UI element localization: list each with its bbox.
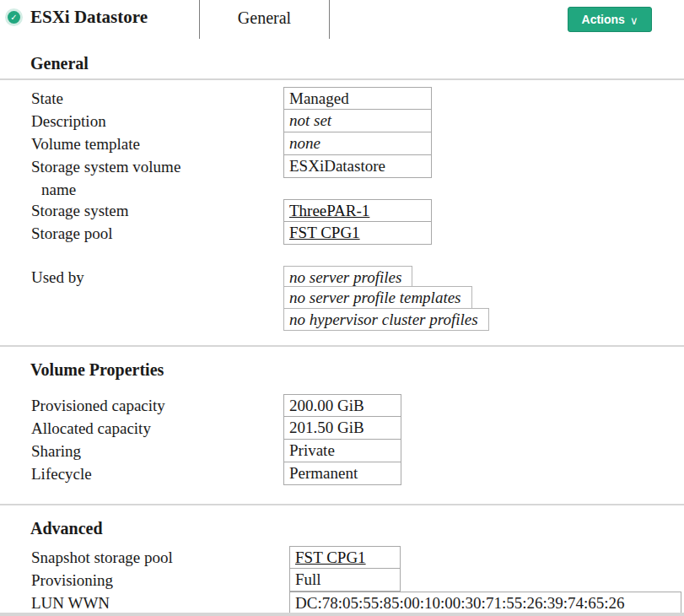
row-sharing: Sharing Private	[0, 440, 684, 462]
lifecycle-value: Permanent	[283, 462, 401, 485]
state-label: State	[31, 87, 283, 110]
section-divider	[0, 345, 684, 347]
used-by-server-profile-templates: no server profile templates	[283, 286, 472, 309]
lun-wwn-value: DC:78:05:55:85:00:10:00:30:71:55:26:39:7…	[289, 592, 681, 614]
provisioned-capacity-label: Provisioned capacity	[31, 394, 283, 417]
section-divider	[0, 78, 684, 80]
tab-general[interactable]: General	[200, 8, 329, 28]
used-by-label: Used by	[31, 266, 283, 289]
check-circle-icon: ✓	[8, 11, 20, 24]
row-used-by: Used by no server profiles no server pro…	[0, 266, 684, 332]
section-heading-general: General	[0, 52, 684, 74]
row-storage-system: Storage system ThreePAR-1	[0, 199, 684, 222]
provisioning-label: Provisioning	[31, 569, 289, 592]
storage-pool-value: FST CPG1	[283, 222, 432, 245]
header-divider	[329, 0, 330, 39]
row-provisioning: Provisioning Full	[0, 569, 684, 592]
sharing-label: Sharing	[31, 440, 283, 462]
used-by-server-profiles: no server profiles	[283, 266, 412, 289]
state-value: Managed	[283, 87, 432, 110]
provisioned-capacity-value: 200.00 GiB	[283, 394, 401, 417]
section-heading-advanced: Advanced	[0, 517, 684, 539]
page-header: ✓ ESXi Datastore General Actions ∨	[0, 0, 684, 39]
volume-properties-section: Provisioned capacity 200.00 GiB Allocate…	[0, 394, 684, 485]
storage-pool-label: Storage pool	[31, 222, 283, 245]
chevron-down-icon: ∨	[630, 14, 638, 27]
storage-system-label: Storage system	[31, 199, 283, 222]
bottom-divider	[0, 613, 684, 616]
row-storage-system-volume-name: Storage system volume name ESXiDatastore	[0, 155, 684, 199]
provisioning-value: Full	[289, 569, 401, 592]
row-state: State Managed	[0, 87, 684, 110]
volume-template-value: none	[283, 132, 432, 155]
row-description: Description not set	[0, 110, 684, 132]
row-allocated-capacity: Allocated capacity 201.50 GiB	[0, 417, 684, 440]
storage-system-volume-name-label: Storage system volume name	[31, 155, 191, 201]
storage-system-value: ThreePAR-1	[283, 199, 432, 222]
lifecycle-label: Lifecycle	[31, 462, 283, 485]
row-provisioned-capacity: Provisioned capacity 200.00 GiB	[0, 394, 684, 417]
actions-button-label: Actions	[582, 13, 625, 26]
section-heading-volume-properties: Volume Properties	[0, 359, 684, 381]
row-snapshot-storage-pool: Snapshot storage pool FST CPG1	[0, 546, 684, 569]
row-lifecycle: Lifecycle Permanent	[0, 462, 684, 485]
actions-button[interactable]: Actions ∨	[568, 7, 652, 32]
snapshot-storage-pool-value: FST CPG1	[289, 546, 401, 569]
volume-template-label: Volume template	[31, 132, 283, 155]
allocated-capacity-label: Allocated capacity	[31, 417, 283, 440]
general-section: State Managed Description not set Volume…	[0, 87, 684, 332]
row-volume-template: Volume template none	[0, 132, 684, 155]
snapshot-storage-pool-link[interactable]: FST CPG1	[295, 548, 366, 566]
section-divider	[0, 504, 684, 505]
lun-wwn-label: LUN WWN	[31, 592, 289, 614]
page-title: ESXi Datastore	[30, 7, 148, 28]
sharing-value: Private	[283, 440, 401, 462]
row-lun-wwn: LUN WWN DC:78:05:55:85:00:10:00:30:71:55…	[0, 592, 684, 614]
storage-system-link[interactable]: ThreePAR-1	[289, 202, 369, 219]
advanced-section: Snapshot storage pool FST CPG1 Provision…	[0, 546, 684, 614]
storage-system-volume-name-value: ESXiDatastore	[283, 155, 432, 178]
used-by-hypervisor-cluster-profiles: no hypervisor cluster profiles	[283, 308, 489, 331]
description-label: Description	[31, 110, 283, 132]
allocated-capacity-value: 201.50 GiB	[283, 417, 401, 440]
snapshot-storage-pool-label: Snapshot storage pool	[31, 546, 289, 569]
row-storage-pool: Storage pool FST CPG1	[0, 222, 684, 245]
description-value: not set	[283, 110, 432, 132]
storage-pool-link[interactable]: FST CPG1	[289, 224, 360, 241]
